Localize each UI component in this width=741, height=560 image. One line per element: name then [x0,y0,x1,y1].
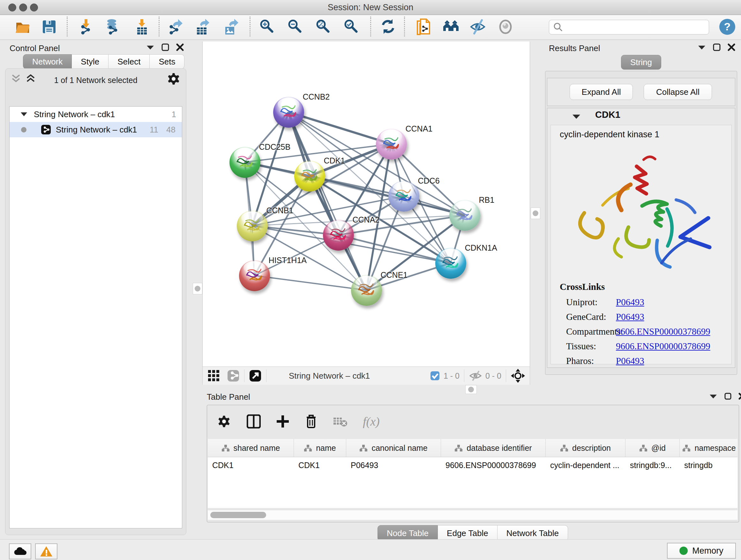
right-splitter-handle[interactable] [531,207,540,219]
panel-menu-icon[interactable] [146,45,154,50]
crosslink-row: Pharos:P06493 [566,356,726,370]
column-header-shared-name[interactable]: shared name [208,439,294,457]
delete-column-icon[interactable] [305,414,318,429]
tab-style[interactable]: Style [72,54,109,69]
table-cell[interactable]: P06493 [346,457,441,473]
table-settings-gear-icon[interactable] [217,415,231,428]
export-image-icon[interactable] [223,18,239,35]
panel-menu-icon[interactable] [697,45,706,50]
table-cell[interactable]: CDK1 [208,457,294,473]
table-cell[interactable]: cyclin-dependent ... [546,457,625,473]
string-document-icon[interactable] [415,18,431,35]
search-field[interactable] [549,20,709,35]
panel-menu-icon[interactable] [709,394,718,399]
node-CCNA2[interactable] [323,220,354,251]
refresh-icon[interactable] [380,18,396,35]
show-all-icon[interactable] [497,18,514,35]
tab-network-table[interactable]: Network Table [497,525,568,541]
node-CDK1[interactable] [294,161,325,192]
left-splitter-handle[interactable] [193,283,202,294]
close-panel-icon[interactable] [176,44,184,51]
node-HIST1H1A[interactable] [239,260,270,291]
selection-status: 1 of 1 Network selected [5,76,186,85]
tab-select[interactable]: Select [109,54,150,69]
delete-table-icon[interactable] [333,416,347,427]
tab-network[interactable]: Network [23,54,72,69]
cloud-status-button[interactable] [9,543,31,559]
function-builder-icon[interactable]: f(x) [363,415,380,428]
import-table-icon[interactable] [134,18,151,35]
save-session-icon[interactable] [41,18,57,35]
table-row[interactable]: CDK1CDK1P064939606.ENSP00000378699cyclin… [208,457,738,473]
column-header-canonical-name[interactable]: canonical name [346,439,441,457]
memory-button[interactable]: Memory [667,543,736,559]
network-canvas[interactable]: CCNB2CCNA1CDC25BCDK1CDC6RB1CCNB1CCNA2CDK… [202,42,530,367]
bottom-splitter-handle[interactable] [465,385,477,394]
node-CCNE1[interactable] [351,275,382,306]
hide-selected-icon[interactable] [469,18,486,35]
table-horizontal-scrollbar[interactable] [208,510,738,520]
tab-string[interactable]: String [621,55,661,70]
table-cell[interactable]: stringdb:9... [625,457,680,473]
zoom-in-icon[interactable] [259,18,276,35]
node-CCNA1[interactable] [376,129,407,160]
tree-expand-icon[interactable] [20,112,27,117]
network-row[interactable]: String Network – cdk1 11 48 [10,122,182,137]
columns-icon[interactable] [247,415,261,428]
fit-content-crosshair-icon[interactable] [511,368,525,383]
crosslink-value-link[interactable]: 9606.ENSP00000378699 [616,326,711,337]
float-panel-icon[interactable] [724,393,731,400]
warning-status-button[interactable] [35,543,57,559]
node-CDC6[interactable] [388,181,419,212]
help-icon[interactable]: ? [719,18,735,35]
column-header--id[interactable]: @id [625,439,680,457]
crosslink-value-link[interactable]: 9606.ENSP00000378699 [616,341,711,352]
node-CCNB2[interactable] [273,97,304,128]
node-CDKN1A[interactable] [435,248,466,279]
table-cell[interactable]: 9606.ENSP00000378699 [441,457,546,473]
crosslink-value-link[interactable]: P06493 [616,356,644,366]
float-panel-icon[interactable] [713,44,721,51]
open-session-icon[interactable] [14,18,31,35]
crosslink-value-link[interactable]: P06493 [616,297,644,307]
zoom-out-icon[interactable] [287,18,304,35]
edge-HIST1H1A-CCNE1[interactable] [254,275,366,290]
crosslinks-title: CrossLinks [560,282,605,292]
crosslink-value-link[interactable]: P06493 [616,312,644,322]
zoom-selected-icon[interactable] [343,18,360,35]
column-header-description[interactable]: description [546,439,625,457]
tab-edge-table[interactable]: Edge Table [438,525,497,541]
birdseye-grid-icon[interactable] [208,370,220,382]
search-input[interactable] [566,22,709,32]
section-collapse-icon[interactable] [572,114,581,119]
import-network-icon[interactable] [78,18,95,35]
table-cell[interactable]: stringdb [680,457,738,473]
column-header-namespace[interactable]: namespace [680,439,738,457]
zoom-fit-icon[interactable] [315,18,332,35]
column-header-database-identifier[interactable]: database identifier [441,439,546,457]
selected-checkbox-icon[interactable] [430,371,440,381]
network-options-gear-icon[interactable] [166,72,181,86]
tab-node-table[interactable]: Node Table [378,525,438,541]
table-cell[interactable]: CDK1 [294,457,346,473]
scrollbar-thumb[interactable] [210,512,266,518]
close-panel-icon[interactable] [738,393,741,400]
column-header-name[interactable]: name [294,439,346,457]
group-houses-icon[interactable] [442,18,459,35]
expand-all-button[interactable]: Expand All [569,84,633,100]
string-settings-icon[interactable] [227,369,240,382]
network-collection-row[interactable]: String Network – cdk1 1 [10,107,182,122]
node-RB1[interactable] [449,200,480,231]
export-network-icon[interactable] [167,18,184,35]
collapse-all-button[interactable]: Collapse All [644,84,712,100]
export-table-icon[interactable] [194,18,211,35]
open-in-window-icon[interactable] [249,369,262,382]
import-database-icon[interactable] [105,18,121,35]
toolbar-separator [67,17,68,37]
node-CCNB1[interactable] [237,210,268,241]
tab-sets[interactable]: Sets [150,54,185,69]
add-column-icon[interactable] [276,415,289,428]
node-CDC25B[interactable] [229,147,260,178]
close-panel-icon[interactable] [728,44,735,51]
float-panel-icon[interactable] [161,44,169,51]
